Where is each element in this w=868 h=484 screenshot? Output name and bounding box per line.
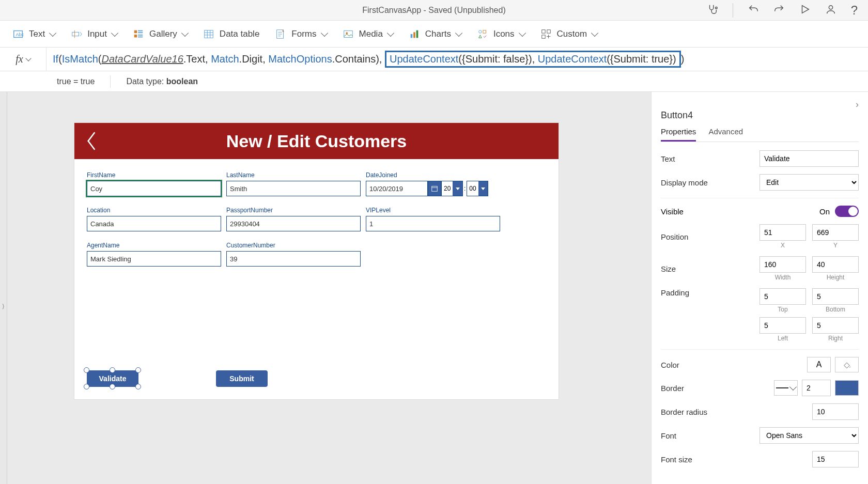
input-icon (71, 28, 82, 40)
form: FirstName LastName DateJoined 20 : 00 (74, 159, 559, 279)
resize-handle[interactable] (84, 367, 89, 373)
prop-borderradius-label: Border radius (661, 408, 812, 416)
properties-panel: › Button4 Properties Advanced Text Displ… (651, 92, 868, 484)
tab-properties[interactable]: Properties (661, 127, 696, 142)
table-icon (203, 28, 214, 40)
pos-y-input[interactable] (812, 224, 859, 241)
formula-bar: fx If(IsMatch(DataCardValue16.Text, Matc… (0, 48, 868, 71)
canvas[interactable]: New / Edit Customers FirstName LastName … (74, 123, 559, 399)
prop-displaymode-label: Display mode (661, 178, 760, 187)
prop-text-input[interactable] (760, 150, 859, 167)
formula-input[interactable]: If(IsMatch(DataCardValue16.Text, Match.D… (47, 48, 868, 71)
canvas-area[interactable]: New / Edit Customers FirstName LastName … (7, 92, 651, 484)
top-label: Top (778, 306, 787, 313)
input-date[interactable] (366, 181, 428, 196)
input-agent[interactable] (87, 251, 221, 267)
chevron-down-icon (320, 29, 328, 36)
resize-handle[interactable] (135, 384, 141, 389)
calendar-icon[interactable] (428, 181, 441, 196)
input-firstname[interactable] (87, 181, 221, 196)
svg-text:Abc: Abc (16, 32, 24, 37)
fill-color-button[interactable] (835, 357, 859, 372)
height-input[interactable] (812, 256, 859, 273)
prop-border: Border (661, 380, 859, 396)
canvas-buttons: Validate Submit (87, 370, 268, 387)
redo-icon[interactable] (773, 4, 785, 17)
ribbon-input[interactable]: Input (71, 28, 117, 40)
border-width-input[interactable] (802, 380, 831, 396)
ribbon-media[interactable]: Media (343, 28, 393, 40)
label-location: Location (87, 207, 221, 214)
undo-icon[interactable] (748, 4, 759, 17)
user-icon[interactable] (825, 4, 836, 17)
input-lastname[interactable] (226, 181, 361, 196)
fx-label[interactable]: fx (0, 48, 47, 71)
help-icon[interactable]: ? (851, 3, 858, 18)
svg-point-18 (479, 30, 482, 33)
sidebar-collapsed[interactable] (0, 92, 7, 484)
icons-icon (477, 28, 488, 40)
ribbon-text-label: Text (29, 29, 45, 39)
ribbon-forms[interactable]: Forms (275, 28, 327, 40)
ribbon-charts[interactable]: Charts (409, 28, 461, 40)
formula-result: true = true Data type: boolean (0, 71, 868, 92)
prop-padding: Padding Top Bottom Left Right (661, 288, 859, 342)
fx-text: fx (16, 53, 23, 65)
play-icon[interactable] (799, 4, 811, 17)
svg-rect-22 (541, 35, 545, 38)
width-input[interactable] (760, 256, 806, 273)
screen-header: New / Edit Customers (74, 123, 559, 159)
ribbon-custom-label: Custom (557, 29, 587, 39)
submit-button[interactable]: Submit (216, 370, 268, 387)
resize-handle[interactable] (84, 384, 89, 389)
svg-rect-6 (138, 30, 143, 31)
ribbon-custom[interactable]: Custom (540, 28, 598, 40)
expand-icon[interactable] (1, 299, 5, 314)
font-color-button[interactable]: A (807, 357, 831, 372)
hour-select[interactable]: 20 (441, 181, 463, 196)
validate-wrap: Validate (87, 370, 138, 387)
font-select[interactable]: Open Sans (760, 427, 859, 444)
resize-handle[interactable] (110, 384, 115, 389)
resize-handle[interactable] (110, 367, 115, 373)
input-passport[interactable] (226, 216, 361, 231)
prop-displaymode-select[interactable]: Edit (760, 174, 859, 191)
minute-select[interactable]: 00 (467, 181, 488, 196)
pad-bottom-input[interactable] (812, 288, 859, 305)
label-agent: AgentName (87, 242, 221, 249)
svg-rect-8 (134, 34, 137, 37)
input-custno[interactable] (226, 251, 361, 267)
pad-right-input[interactable] (812, 317, 859, 334)
y-label: Y (833, 242, 838, 249)
expand-panel-icon[interactable]: › (661, 99, 859, 110)
ribbon-icons[interactable]: Icons (477, 28, 525, 40)
svg-rect-21 (547, 29, 550, 33)
formula-datatype: Data type: boolean (126, 77, 198, 86)
label-passport: PassportNumber (226, 207, 361, 214)
ribbon-gallery[interactable]: Gallery (133, 28, 188, 40)
chevron-down-icon (455, 29, 462, 36)
chevron-down-icon (387, 29, 394, 36)
ribbon-text[interactable]: Abc Text (12, 28, 55, 40)
tab-advanced[interactable]: Advanced (708, 127, 743, 142)
pad-left-input[interactable] (760, 317, 806, 334)
input-vip[interactable] (366, 216, 500, 231)
prop-visible-value: On (819, 207, 830, 216)
resize-handle[interactable] (135, 367, 141, 373)
prop-text: Text (661, 150, 859, 167)
ribbon-media-label: Media (359, 29, 383, 39)
control-name: Button4 (661, 110, 859, 121)
app-title: FirstCanvasApp - Saved (Unpublished) (362, 6, 505, 15)
fontsize-input[interactable] (812, 451, 859, 467)
pad-top-input[interactable] (760, 288, 806, 305)
ribbon-datatable[interactable]: Data table (203, 28, 260, 40)
visible-toggle[interactable] (835, 206, 859, 217)
borderradius-input[interactable] (812, 403, 859, 420)
pos-x-input[interactable] (760, 224, 806, 241)
right-label: Right (828, 335, 843, 342)
border-color-swatch[interactable] (835, 380, 859, 396)
stethoscope-icon[interactable] (707, 4, 718, 17)
border-style-select[interactable] (774, 380, 798, 396)
back-icon[interactable] (84, 130, 99, 156)
input-location[interactable] (87, 216, 221, 231)
